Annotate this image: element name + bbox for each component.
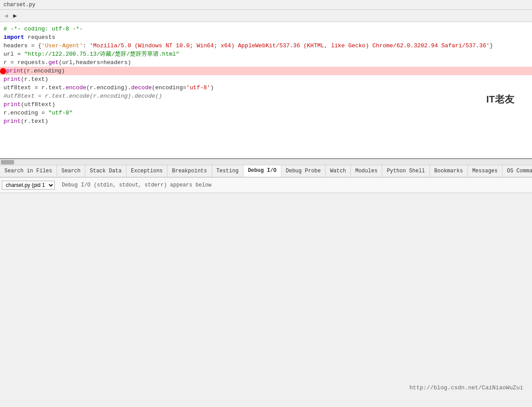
code-text: (utf8text) [21,100,55,109]
code-text: 'User-Agent' [42,42,83,50]
code-text: (r.text) [21,75,48,84]
title-bar: charset.py [0,0,532,10]
breakpoint-indicator [0,68,6,74]
back-arrow[interactable]: ◀ [3,12,10,19]
code-line: print(r.text) [0,117,532,126]
tab-breakpoints[interactable]: Breakpoints [167,165,212,177]
debug-io-message: Debug I/O (stdin, stdout, stderr) appear… [58,179,215,191]
code-text: # -*- coding: utf-8 -*- [4,25,83,33]
tab-modules[interactable]: Modules [351,165,382,177]
code-line: r.encoding = "utf-8" [0,109,532,117]
code-text: 'utf-8' [186,84,211,92]
code-text: (r.text) [21,117,48,126]
code-line: import requests [0,33,532,42]
code-text: (r.encoding) [23,67,65,75]
code-text: headers = { [4,42,42,50]
code-text: "http://122.200.75.13/诗藏/楚辞/楚辞芳草谱.html" [24,50,179,58]
code-line-highlighted: print(r.encoding) [0,67,532,75]
code-line: print(r.text) [0,75,532,84]
code-line: print(utf8text) [0,100,532,109]
code-content: # -*- coding: utf-8 -*- import requests … [0,22,532,128]
code-text: "utf-8" [48,109,72,117]
code-line: # -*- coding: utf-8 -*- [0,25,532,33]
code-text: print [4,100,21,109]
code-line: url = "http://122.200.75.13/诗藏/楚辞/楚辞芳草谱.… [0,50,532,58]
code-text: r = requests. [4,58,48,67]
tab-os-commands[interactable]: OS Commands [502,165,532,177]
tab-search[interactable]: Search [57,165,85,177]
code-text: get [48,58,58,67]
code-text: utf8text = r.text. [4,84,65,92]
code-text: 'Mozilla/5.0 (Windows NT 10.0; Win64; x6… [90,42,490,50]
editor-area: # -*- coding: utf-8 -*- import requests … [0,22,532,159]
code-text: print [4,75,21,84]
tab-exceptions[interactable]: Exceptions [126,165,167,177]
code-text: (url,headers=headers) [59,58,131,67]
code-text: print [4,117,21,126]
tab-stack-data[interactable]: Stack Data [85,165,126,177]
pid-select[interactable]: charset.py (pid 17( [2,181,55,190]
tab-debug-io[interactable]: Debug I/O [243,165,281,177]
code-text: encode [65,84,86,92]
code-text: #utf8text = r.text.encode(r.encoding).de… [4,92,162,100]
footer-url: http://blog.csdn.net/CaiNiaoWuZui [410,384,523,391]
code-text: print [4,67,23,75]
code-line: #utf8text = r.text.encode(r.encoding).de… [0,92,532,100]
code-text: requests [24,33,55,42]
code-text: : [83,42,90,50]
code-text: decode [131,84,152,92]
bottom-panel-container: charset.py (pid 17( Debug I/O (stdin, st… [0,178,532,193]
tab-bookmarks[interactable]: Bookmarks [430,165,468,177]
tab-watch[interactable]: Watch [326,165,351,177]
code-text: (encoding= [152,84,186,92]
code-text: r.encoding = [4,109,48,117]
watermark: IT老友 [486,93,514,106]
footer-area: http://blog.csdn.net/CaiNiaoWuZui [0,193,532,396]
code-text: url = [4,50,24,58]
code-line: utf8text = r.text.encode(r.encoding).dec… [0,84,532,92]
horizontal-scrollbar[interactable] [0,159,532,165]
code-text: } [490,42,493,50]
tab-testing[interactable]: Testing [212,165,243,177]
tab-messages[interactable]: Messages [468,165,503,177]
tab-debug-probe[interactable]: Debug Probe [281,165,326,177]
file-title: charset.py [4,2,35,8]
tab-python-shell[interactable]: Python Shell [382,165,429,177]
bottom-toolbar: charset.py (pid 17( Debug I/O (stdin, st… [0,178,532,193]
code-text: (r.encoding). [86,84,131,92]
code-line: r = requests.get(url,headers=headers) [0,58,532,67]
tab-search-in-files[interactable]: Search in Files [0,165,57,177]
code-text: ) [210,84,214,92]
code-line: headers = {'User-Agent': 'Mozilla/5.0 (W… [0,42,532,50]
scrollbar-thumb[interactable] [1,160,14,164]
nav-arrows: ◀ ▶ [0,10,532,22]
code-text: import [4,33,24,42]
forward-arrow[interactable]: ▶ [11,12,19,19]
tabs-bar: Search in FilesSearchStack DataException… [0,165,532,178]
